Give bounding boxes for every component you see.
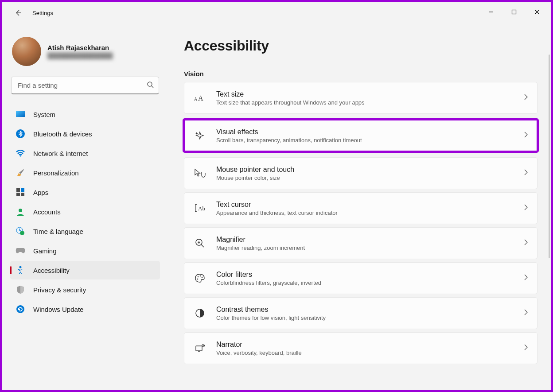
search-wrap — [11, 77, 159, 94]
sidebar-item-label: Personalization — [33, 169, 79, 177]
sidebar-item-label: Bluetooth & devices — [33, 130, 92, 138]
bluetooth-icon — [16, 129, 25, 139]
sidebar-item-bluetooth[interactable]: Bluetooth & devices — [10, 124, 160, 143]
card-magnifier[interactable]: Magnifier Magnifier reading, zoom increm… — [184, 227, 537, 259]
svg-point-12 — [20, 231, 24, 235]
svg-text:A: A — [194, 97, 198, 101]
close-button[interactable] — [527, 5, 547, 19]
user-block[interactable]: Atish Rajasekharan ████████████████ — [10, 35, 160, 73]
chevron-right-icon — [524, 344, 528, 352]
window-controls — [481, 5, 547, 19]
card-desc: Scroll bars, transparency, animations, n… — [216, 137, 524, 144]
scrollbar[interactable] — [549, 54, 550, 258]
wifi-icon — [16, 148, 25, 158]
gamepad-icon — [16, 246, 25, 256]
card-title: Text size — [216, 90, 524, 98]
svg-point-25 — [202, 345, 204, 346]
clock-globe-icon — [16, 226, 25, 236]
brush-icon — [16, 168, 25, 178]
magnifier-plus-icon — [191, 235, 208, 252]
svg-point-13 — [19, 266, 22, 268]
card-desc: Appearance and thickness, text cursor in… — [216, 210, 524, 216]
sidebar-item-label: Network & internet — [33, 150, 88, 157]
svg-point-1 — [148, 82, 152, 86]
svg-point-22 — [197, 279, 199, 280]
sidebar-item-label: Windows Update — [33, 306, 83, 313]
sidebar-item-label: Privacy & security — [33, 286, 86, 294]
sidebar-item-system[interactable]: System — [10, 105, 160, 124]
card-desc: Color themes for low vision, light sensi… — [216, 314, 524, 321]
accessibility-icon — [16, 265, 25, 275]
system-icon — [16, 109, 25, 119]
page-title: Accessibility — [184, 38, 537, 54]
card-color-filters[interactable]: Color filters Colorblindness filters, gr… — [184, 262, 537, 294]
main-content: Accessibility Vision AA Text size Text s… — [166, 28, 551, 390]
card-desc: Colorblindness filters, grayscale, inver… — [216, 279, 524, 286]
maximize-button[interactable] — [504, 5, 524, 19]
sidebar-item-update[interactable]: Windows Update — [10, 300, 160, 318]
minimize-button[interactable] — [481, 5, 501, 19]
contrast-icon — [191, 305, 208, 322]
svg-rect-8 — [16, 193, 20, 196]
sidebar-item-gaming[interactable]: Gaming — [10, 241, 160, 260]
update-icon — [16, 304, 25, 314]
card-desc: Mouse pointer color, size — [216, 175, 524, 181]
svg-rect-24 — [196, 346, 202, 351]
chevron-right-icon — [524, 204, 528, 212]
chevron-right-icon — [524, 132, 528, 140]
chevron-right-icon — [524, 94, 528, 102]
svg-point-10 — [19, 209, 22, 212]
card-visual-effects[interactable]: Visual effects Scroll bars, transparency… — [184, 120, 537, 151]
svg-point-21 — [202, 277, 203, 278]
card-contrast-themes[interactable]: Contrast themes Color themes for low vis… — [184, 297, 537, 329]
titlebar: Settings — [2, 2, 551, 23]
sparkle-icon — [191, 127, 208, 144]
section-label: Vision — [184, 70, 537, 78]
svg-rect-0 — [512, 10, 516, 14]
chevron-right-icon — [524, 169, 528, 177]
sidebar-item-label: Accessibility — [33, 267, 70, 274]
sidebar-item-accessibility[interactable]: Accessibility — [10, 261, 160, 279]
sidebar-item-time[interactable]: Time & language — [10, 222, 160, 241]
sidebar-item-accounts[interactable]: Accounts — [10, 202, 160, 221]
chevron-right-icon — [524, 239, 528, 247]
sidebar-item-label: System — [33, 111, 55, 118]
card-title: Contrast themes — [216, 306, 524, 314]
search-input[interactable] — [11, 77, 159, 94]
apps-icon — [16, 187, 25, 197]
maximize-icon — [511, 9, 517, 15]
user-email: ████████████████ — [47, 52, 113, 59]
card-text-cursor[interactable]: Ab Text cursor Appearance and thickness,… — [184, 192, 537, 224]
card-title: Color filters — [216, 271, 524, 279]
card-narrator[interactable]: Narrator Voice, verbosity, keyboard, bra… — [184, 332, 537, 364]
card-mouse-pointer[interactable]: Mouse pointer and touch Mouse pointer co… — [184, 157, 537, 189]
palette-icon — [191, 270, 208, 287]
shield-icon — [16, 285, 25, 295]
nav-list: System Bluetooth & devices Network & int… — [10, 105, 160, 318]
user-name: Atish Rajasekharan — [47, 44, 113, 51]
search-icon — [147, 81, 154, 90]
svg-rect-7 — [21, 188, 24, 192]
svg-text:Ab: Ab — [198, 205, 205, 212]
sidebar-item-label: Accounts — [33, 208, 61, 216]
accessibility-card-list: AA Text size Text size that appears thro… — [184, 82, 537, 364]
sidebar-item-network[interactable]: Network & internet — [10, 144, 160, 163]
back-button[interactable] — [11, 6, 25, 20]
card-title: Narrator — [216, 341, 524, 349]
svg-point-20 — [200, 276, 201, 277]
svg-text:A: A — [198, 94, 203, 102]
card-text-size[interactable]: AA Text size Text size that appears thro… — [184, 82, 537, 114]
arrow-left-icon — [15, 9, 22, 16]
svg-point-19 — [198, 276, 199, 278]
card-desc: Magnifier reading, zoom increment — [216, 245, 524, 251]
close-icon — [534, 9, 540, 15]
cursor-touch-icon — [191, 165, 208, 182]
sidebar-item-personalization[interactable]: Personalization — [10, 163, 160, 182]
sidebar-item-apps[interactable]: Apps — [10, 183, 160, 202]
sidebar-item-label: Apps — [33, 189, 48, 196]
card-desc: Voice, verbosity, keyboard, braille — [216, 349, 524, 356]
text-cursor-icon: Ab — [191, 200, 208, 217]
svg-point-5 — [20, 155, 21, 157]
sidebar-item-privacy[interactable]: Privacy & security — [10, 280, 160, 299]
svg-point-14 — [16, 305, 24, 313]
